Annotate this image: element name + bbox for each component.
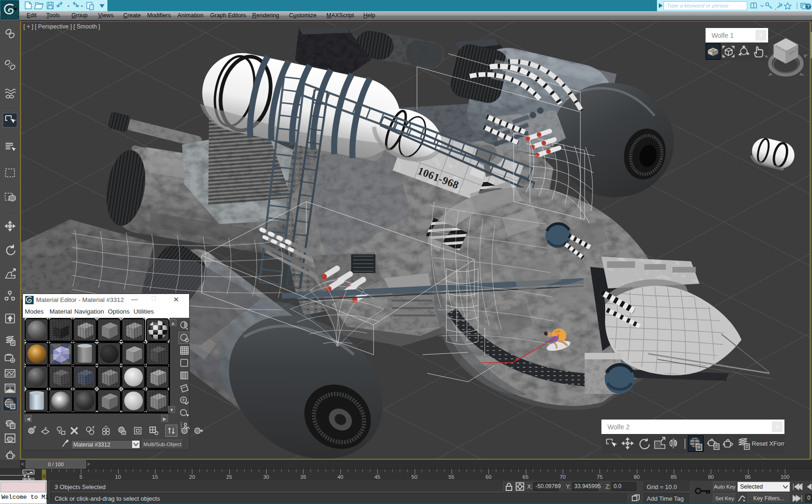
svg-text:?: ? [807, 4, 810, 9]
svg-text:y: y [557, 333, 559, 338]
